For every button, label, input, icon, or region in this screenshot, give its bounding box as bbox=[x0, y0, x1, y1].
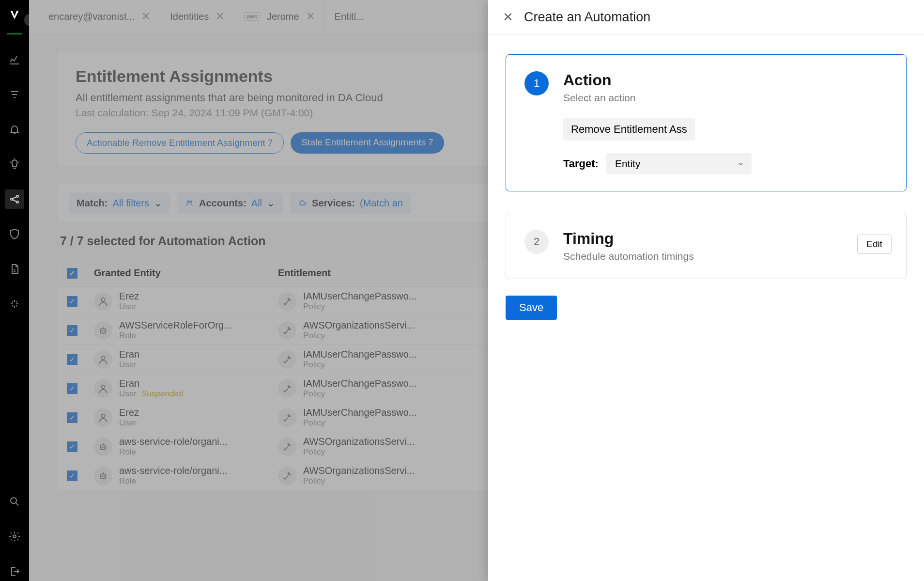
step-number-2: 2 bbox=[524, 230, 549, 254]
target-label: Target: bbox=[563, 157, 599, 170]
logo[interactable] bbox=[8, 9, 21, 25]
logout-icon[interactable] bbox=[5, 562, 24, 581]
lightbulb-icon[interactable] bbox=[5, 155, 24, 174]
document-icon[interactable] bbox=[5, 259, 24, 279]
close-icon[interactable]: ✕ bbox=[503, 10, 513, 25]
sidebar: › bbox=[0, 0, 29, 581]
automation-panel: ✕ Create an Automation 1 Action Select a… bbox=[488, 0, 924, 581]
step2-title: Timing bbox=[563, 230, 888, 248]
action-chip[interactable]: Remove Entitlement Ass bbox=[563, 118, 695, 141]
gear-icon[interactable] bbox=[5, 527, 24, 546]
step-number-1: 1 bbox=[524, 71, 549, 95]
target-dropdown[interactable]: Entity bbox=[606, 153, 752, 174]
step2-subtitle: Schedule automation timings bbox=[563, 251, 888, 262]
svg-point-1 bbox=[16, 195, 18, 197]
step-timing: 2 Timing Schedule automation timings Edi… bbox=[506, 213, 907, 279]
analytics-icon[interactable] bbox=[5, 50, 24, 69]
step-action: 1 Action Select an action Remove Entitle… bbox=[506, 54, 907, 191]
graph-icon[interactable] bbox=[5, 189, 24, 209]
panel-title: Create an Automation bbox=[524, 10, 650, 25]
bell-icon[interactable] bbox=[5, 120, 24, 139]
svg-point-4 bbox=[13, 535, 16, 538]
edit-button[interactable]: Edit bbox=[857, 235, 892, 254]
step1-title: Action bbox=[563, 71, 888, 89]
shield-icon[interactable] bbox=[5, 224, 24, 244]
svg-point-3 bbox=[11, 498, 16, 503]
save-button[interactable]: Save bbox=[506, 296, 557, 320]
accent-divider bbox=[7, 33, 22, 34]
svg-point-2 bbox=[16, 201, 18, 203]
filter-icon[interactable] bbox=[5, 85, 24, 104]
svg-point-0 bbox=[11, 198, 13, 200]
search-icon[interactable] bbox=[5, 492, 24, 511]
sparkle-icon[interactable] bbox=[5, 294, 24, 314]
step1-subtitle: Select an action bbox=[563, 92, 888, 104]
